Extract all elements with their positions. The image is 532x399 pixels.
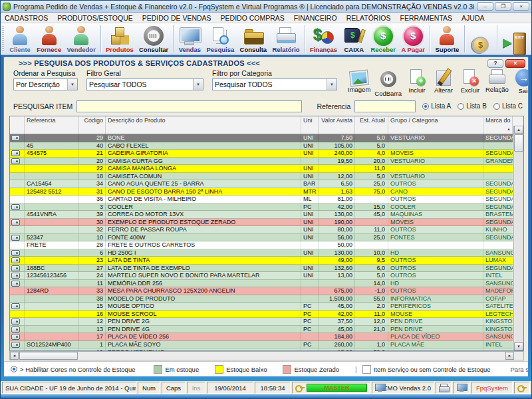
table-row[interactable]: 12PEN DRIVE 2GPC37,5012,0PEN DRIVEKINGST…	[10, 318, 513, 326]
column-header-3[interactable]: Descrição do Produto	[106, 116, 301, 134]
table-row[interactable]: 45457521CADEIRA GIRATORIAUNI240,004,0MOV…	[10, 150, 513, 158]
table-row[interactable]: FRETE28FRETE E OUTROS CARRETOS50,00	[10, 241, 513, 249]
toolbar-cliente-button[interactable]: Cliente	[6, 24, 34, 54]
radio-icon[interactable]	[458, 103, 464, 110]
table-row[interactable]: 5234710FONTE 400WUNI56,0025,0FONTESSEGUN…	[10, 234, 513, 242]
column-header-5[interactable]: Valor Avista	[319, 116, 355, 134]
sair-button[interactable]: Sair	[511, 69, 529, 94]
column-header-6[interactable]: Est. Atual	[355, 116, 388, 134]
toolbar-vendas-button[interactable]: Vendas	[176, 24, 203, 54]
table-row[interactable]: 13PEN DRIVE 4GPC45,0021,0PEN DRIVEKINGST…	[10, 326, 513, 334]
menu-cadastros[interactable]: CADASTROS	[5, 14, 48, 22]
panel-close-button[interactable]: ×	[505, 59, 525, 68]
close-button[interactable]: ×	[513, 2, 529, 11]
toolbar-receber-button[interactable]: Receber	[368, 24, 398, 54]
enable-colors-radio[interactable]	[11, 366, 17, 372]
table-row[interactable]: 12345612345624MARTELO SUPER NOVO E BONIT…	[10, 272, 513, 280]
toolbar-a-pagar-button[interactable]: A Pagar	[398, 24, 428, 54]
vertical-scrollbar[interactable]: ▲ ▼	[513, 126, 523, 350]
printer-icon[interactable]	[439, 384, 448, 392]
table-row[interactable]: 11MEMÓRIA DDR 25614,0HDSANSUNG	[10, 280, 513, 288]
table-row[interactable]: 16MOUSE SCROOLPC42,0011,0MOUSELEGTECH	[10, 311, 513, 319]
general-filter-select[interactable]: Pesquisar TODOS▼	[86, 78, 203, 90]
column-header-7[interactable]: Grupo / Categoria	[388, 116, 483, 134]
toolbar-consultar-button[interactable]: Consultar	[136, 24, 172, 54]
excluir-button[interactable]: Excluir	[457, 69, 483, 94]
vscroll-thumb[interactable]	[514, 134, 523, 152]
toolbar-moeda-button[interactable]	[467, 24, 495, 54]
radio-lista-c[interactable]: Lista C	[493, 102, 523, 110]
column-header-4[interactable]: Uni	[301, 116, 319, 134]
column-header-8[interactable]: Marca do Pr▲	[483, 116, 513, 134]
toolbar-fornece-button[interactable]: Fornece	[34, 24, 64, 54]
codbarra-button[interactable]: CodBarra	[372, 69, 404, 97]
menu-ferramentas[interactable]: FERRAMENTAS	[400, 14, 453, 22]
table-row[interactable]: 23LATA DE TINTA49,009,5OUTROSLUMAX	[10, 257, 513, 265]
table-row[interactable]: 6HD 250G IUNI130,0010,0HDSANSUNG	[10, 249, 513, 257]
chevron-down-icon[interactable]: ▼	[67, 79, 77, 90]
table-row[interactable]: 17PLACA DE VÍDEO 256184,80PLACA DE VÍDEO…	[10, 333, 513, 341]
table-row[interactable]: 30EXEMPLO DE PRODUTO ESTOQUE ZERADOUNI19…	[10, 219, 513, 227]
toolbar-separator	[173, 25, 174, 53]
minimize-button[interactable]: –	[477, 2, 493, 11]
toolbar-pesquisa-button[interactable]: Pesquisa	[203, 24, 237, 54]
menu-financeiro[interactable]: FINANCEIRO	[294, 14, 337, 22]
table-row[interactable]: 38MODELO DE PRODUTO1.500,0055,0INFORMATI…	[10, 295, 513, 303]
table-row[interactable]: 20CAMISA CURTA GG19,5020,0VESTUARIOGRAND…	[10, 158, 513, 166]
table-row[interactable]: 32FERRO DE PASSAR ROUPAUNI80,0011,0OUTRO…	[10, 226, 513, 234]
table-row[interactable]: 29BONEUNI7,505,0VESTUARIOSEGUNDA L	[10, 134, 513, 142]
menu-produtos-estoque[interactable]: PRODUTOS/ESTOQUE	[57, 14, 132, 22]
chevron-down-icon[interactable]: ▼	[193, 79, 203, 90]
radio-icon[interactable]	[493, 103, 500, 110]
table-row[interactable]: 19PREGO VERMELHO15,0052,0	[10, 348, 513, 350]
panel-help-button[interactable]: ?	[487, 59, 503, 68]
table-row[interactable]: 3COOLERPC42,0015,0COOLERSEGUNDA L	[10, 203, 513, 211]
scroll-up-icon[interactable]: ▲	[514, 126, 523, 134]
network-icon[interactable]	[457, 384, 467, 392]
radio-icon[interactable]	[422, 103, 429, 110]
column-header-1[interactable]: Referencia	[25, 116, 79, 134]
status-ins: Ins	[187, 382, 205, 394]
imagem-button[interactable]: Imagem	[346, 69, 372, 93]
table-row[interactable]: 22CAMISA MANGA LONGAUNI11,0	[10, 165, 513, 173]
horizontal-scrollbar[interactable]: ◄ ►	[9, 351, 524, 360]
table-row[interactable]: 18CAMISETA COMUNUNI12,005,0VESTUARIO	[10, 173, 513, 181]
incluir-button[interactable]: Incluir	[404, 69, 430, 94]
menu-relat-rios[interactable]: RELATÓRIOS	[346, 14, 391, 22]
table-row[interactable]: 36CARTAO DE VISITA - MILHEIROML81,00OUTR…	[10, 196, 513, 203]
toolbar-relatorio-button[interactable]: Relatório	[269, 24, 302, 54]
chevron-down-icon[interactable]: ▼	[327, 79, 336, 90]
column-header-2[interactable]: Código	[79, 116, 106, 134]
scroll-left-icon[interactable]: ◄	[10, 352, 19, 360]
relacao-button[interactable]: Relação	[483, 69, 511, 93]
table-row[interactable]: 125482 551231CANO DE ESGOTO BARRA 150 2ª…	[10, 188, 513, 196]
toolbar-vendedor-button[interactable]: Vendedor	[64, 24, 98, 54]
scroll-right-icon[interactable]: ►	[505, 352, 514, 360]
radio-lista-b[interactable]: Lista B	[458, 102, 487, 110]
table-row[interactable]: 188BC27LATA DE TINTA DE EXEMPLOUNI132,60…	[10, 265, 513, 273]
hscroll-thumb[interactable]	[19, 352, 78, 360]
menu-pedido-compras[interactable]: PEDIDO COMPRAS	[221, 14, 285, 22]
menu-ajuda[interactable]: AJUDA	[462, 14, 484, 22]
table-row[interactable]: 4541VNRA39CORREA DO MOTOR 13VXUNI130,004…	[10, 211, 513, 219]
sort-select[interactable]: Por Descrição▼	[13, 78, 78, 90]
toolbar-suporte-button[interactable]: Suporte	[432, 24, 462, 54]
toolbar-produtos-button[interactable]: Produtos	[103, 24, 136, 54]
scroll-down-icon[interactable]: ▼	[514, 342, 523, 350]
alterar-button[interactable]: Alterar	[430, 69, 457, 94]
table-row[interactable]: 4540CABO FLEXELUNI105,005,0	[10, 142, 513, 150]
search-input[interactable]	[76, 100, 302, 112]
table-row[interactable]: 1284RD33MESA PARA CHURRASCO 125X200 ANGE…	[10, 287, 513, 295]
table-row[interactable]: SO12524MP4001PLACA MÃE SOYOPC260,001,0PL…	[10, 341, 513, 349]
reference-input[interactable]	[354, 100, 416, 112]
maximize-button[interactable]: ❐	[495, 2, 511, 11]
toolbar-consulta-button[interactable]: Consulta	[237, 24, 269, 54]
toolbar-financas-button[interactable]: Finanças	[307, 24, 340, 54]
radio-lista-a[interactable]: Lista A	[422, 102, 451, 110]
toolbar-caixa-button[interactable]: CAIXA	[340, 24, 368, 54]
menu-pedido-de-vendas[interactable]: PEDIDO DE VENDAS	[142, 14, 211, 22]
table-row[interactable]: CA1545434CANO AGUA QUENTE 25 - BARRABAR6…	[10, 180, 513, 188]
toolbar-sair-sistema-button[interactable]	[499, 24, 530, 54]
category-filter-select[interactable]: Pesquisar TODOS▼	[212, 78, 337, 90]
table-row[interactable]: 15MOUSE OPTICOPC45,002,0PERIFÉRICOSSATÉL…	[10, 303, 513, 311]
